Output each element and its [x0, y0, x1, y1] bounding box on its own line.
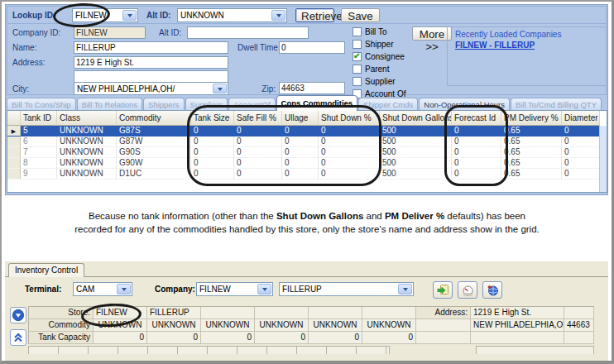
- row-selector[interactable]: [7, 136, 21, 147]
- tab-suppliers[interactable]: Suppliers: [185, 98, 228, 111]
- cell-class: UNKNOWN: [57, 136, 117, 147]
- gauge-button[interactable]: [458, 281, 477, 299]
- store-name-cell: FILLERUP: [147, 307, 201, 319]
- column-header-diameter[interactable]: Diameter: [562, 111, 600, 126]
- collapse-up-button[interactable]: [10, 329, 26, 346]
- parent-checkbox[interactable]: [353, 65, 362, 74]
- cell-shut-down-pct: 0: [319, 126, 380, 136]
- bill-to-checkbox[interactable]: [353, 27, 362, 36]
- commodity-cell: UNKNOWN: [309, 319, 362, 332]
- cell-class: UNKNOWN: [57, 169, 117, 180]
- retrieve-button[interactable]: Retrieve: [295, 8, 334, 22]
- bill-to-checkbox-row: Bill To: [353, 26, 387, 36]
- tab-bill-to-relations[interactable]: Bill To Relations: [77, 98, 142, 111]
- recent-company-link[interactable]: FILNEW - FILLERUP: [455, 41, 535, 50]
- company-id-field[interactable]: [74, 26, 146, 39]
- globe-button[interactable]: [482, 281, 502, 299]
- tank-capacity-row: Tank Capacity 0 0 0 0 0 0: [29, 332, 594, 344]
- cell-safe-fill: 0: [234, 169, 282, 180]
- supplier-checkbox[interactable]: [353, 77, 362, 86]
- company-id-combobox[interactable]: FILNEW: [196, 282, 273, 296]
- tab-account-of[interactable]: AccountOf: [228, 98, 275, 111]
- row-selector[interactable]: [7, 158, 21, 169]
- cell-class: UNKNOWN: [57, 147, 117, 158]
- table-row[interactable]: 9 UNKNOWN D1UC 0 0 0 0 500 0 0.65 0: [7, 169, 607, 180]
- grid-vertical-scrollbar[interactable]: [599, 126, 607, 192]
- tab-bill-to-cons-ship[interactable]: Bill To Cons/Ship: [7, 98, 76, 111]
- table-row[interactable]: 7 UNKNOWN G90S 0 0 0 0 500 0 0.65 0: [7, 147, 607, 158]
- column-header-shut-down-pct[interactable]: Shut Down %: [319, 111, 380, 126]
- terminal-combobox[interactable]: CAM: [73, 282, 132, 296]
- column-header-tank-id[interactable]: Tank ID▲: [21, 111, 57, 126]
- column-header-ullage[interactable]: Ullage: [282, 111, 319, 126]
- dwell-time-field[interactable]: [279, 41, 345, 54]
- alt-id2-label: Alt ID:: [159, 28, 181, 37]
- column-header-shut-down-gallons[interactable]: Shut Down Gallons: [380, 111, 452, 126]
- tab-shipper-cmds[interactable]: Shipper Cmds: [358, 98, 418, 111]
- consignee-checkbox[interactable]: [353, 52, 362, 61]
- city-label: City:: [12, 84, 29, 93]
- table-row[interactable]: 6 UNKNOWN G87W 0 0 0 0 500 0 0.65 0: [7, 136, 607, 147]
- cell-commodity: D1UC: [117, 169, 191, 180]
- empty-cell: [471, 332, 564, 344]
- row-selector[interactable]: [7, 147, 21, 158]
- dropdown-arrow-icon[interactable]: [117, 284, 131, 295]
- name-field[interactable]: [74, 41, 228, 54]
- company-name-combobox[interactable]: FILLERUP: [279, 282, 414, 296]
- alt-id-combobox[interactable]: UNKNOWN: [177, 8, 287, 22]
- address-zip-cell: 44663: [564, 319, 594, 332]
- dropdown-arrow-icon[interactable]: [257, 284, 271, 295]
- tab-inventory-control[interactable]: Inventory Control: [8, 263, 84, 277]
- row-selector[interactable]: ▶: [7, 126, 21, 136]
- dropdown-arrow-icon[interactable]: [398, 284, 412, 295]
- capacity-cell: 0: [147, 332, 201, 344]
- tab-non-operational-hours[interactable]: Non-Operational Hours: [419, 98, 510, 111]
- dropdown-arrow-icon[interactable]: [213, 84, 227, 93]
- column-header-class[interactable]: Class: [57, 111, 117, 126]
- terminal-value: CAM: [76, 285, 94, 294]
- address-line1-field[interactable]: [74, 56, 228, 69]
- empty-cell: [564, 332, 594, 344]
- alt-id2-field[interactable]: [187, 26, 309, 39]
- address-line2-field[interactable]: [74, 70, 228, 83]
- column-header-pm-delivery[interactable]: PM Delivery %: [501, 111, 562, 126]
- name-label: Name:: [12, 43, 36, 52]
- shipper-checkbox-row: Shipper: [353, 39, 393, 49]
- cell-safe-fill: 0: [234, 136, 282, 147]
- load-button[interactable]: [433, 281, 453, 299]
- tab-cons-commodities[interactable]: Cons Commodities: [276, 95, 358, 111]
- globe-icon: [487, 285, 499, 296]
- city-value: NEW PHILADELPHIA,OH/: [77, 84, 175, 93]
- more-button[interactable]: More >>: [412, 26, 452, 41]
- cell-class: UNKNOWN: [57, 158, 117, 169]
- column-header-commodity[interactable]: Commodity: [117, 111, 191, 126]
- lookup-id-value: FILNEW: [75, 11, 107, 20]
- cell-tank-id: 9: [21, 169, 57, 180]
- cell-ullage: 0: [282, 136, 319, 147]
- column-header-forecast-id[interactable]: Forecast Id: [452, 111, 501, 126]
- save-button[interactable]: Save: [341, 8, 380, 22]
- column-header-tank-size[interactable]: Tank Size: [191, 111, 234, 126]
- dropdown-arrow-icon[interactable]: [122, 10, 137, 21]
- terminal-label: Terminal:: [25, 285, 61, 294]
- screenshot-root: Lookup ID: FILNEW Alt ID: UNKNOWN Retrie…: [0, 0, 614, 364]
- commodity-cell: UNKNOWN: [94, 319, 147, 332]
- cell-diameter: 0: [562, 136, 600, 147]
- cell-commodity: G90W: [117, 158, 191, 169]
- tab-bill-to-cmd-billing-qty[interactable]: Bill To/Cmd Billing QTY: [511, 98, 602, 111]
- shipper-checkbox[interactable]: [353, 40, 362, 49]
- commodity-cell: UNKNOWN: [147, 319, 201, 332]
- lookup-id-combobox[interactable]: FILNEW: [72, 8, 138, 22]
- dropdown-arrow-icon[interactable]: [271, 10, 285, 21]
- bill-to-label: Bill To: [365, 27, 387, 36]
- table-row[interactable]: ▶ 5 UNKNOWN G87S 0 0 0 0 500 0 0.65 0: [7, 126, 607, 136]
- scroll-down-button[interactable]: [10, 307, 26, 323]
- row-selector[interactable]: [7, 169, 21, 180]
- table-row[interactable]: 8 UNKNOWN G90W 0 0 0 0 500 0 0.65 0: [7, 158, 607, 169]
- zip-field[interactable]: [279, 82, 345, 94]
- city-combobox[interactable]: NEW PHILADELPHIA,OH/: [74, 82, 228, 95]
- company-id-label: Company ID:: [12, 28, 60, 37]
- tab-shippers[interactable]: Shippers: [143, 98, 185, 111]
- address-line1-cell: 1219 E High St.: [471, 307, 564, 319]
- column-header-safe-fill[interactable]: Safe Fill %: [234, 111, 282, 126]
